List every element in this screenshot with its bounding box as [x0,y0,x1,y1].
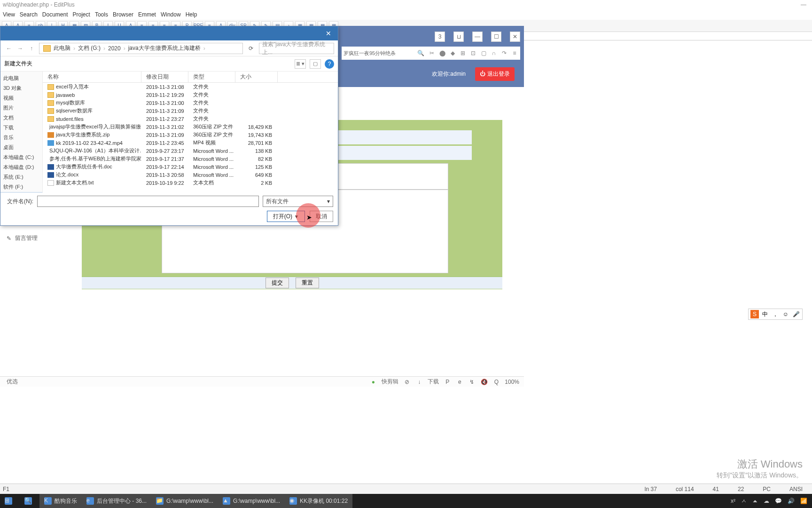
ime-icon[interactable]: , [771,310,780,318]
status-icon[interactable]: ↓ [415,378,423,386]
file-row[interactable]: excel导入范本2019-11-3 21:08文件夹 [43,83,338,91]
tree-item[interactable]: 系统 (E:) [0,172,42,182]
maximize-button[interactable]: ☐ [491,32,501,42]
taskbar-item[interactable]: ◉KK录像机 00:01:22 [285,494,352,508]
submit-button[interactable]: 提交 [265,278,289,288]
open-button[interactable]: 打开(O) ▼ [267,211,305,222]
file-row[interactable]: mysql数据库2019-11-3 21:00文件夹 [43,99,338,107]
file-row[interactable]: student.files2019-11-2 23:27文件夹 [43,115,338,123]
taskbar-item[interactable]: 📁G:\wamp\www\bl... [151,494,218,508]
file-row[interactable]: 参考,任务书.基于WEB的上海建桥学院家...2019-9-17 21:37Mi… [43,155,338,163]
tree-item[interactable]: 本地磁盘 (D:) [0,162,42,172]
reset-button[interactable]: 重置 [296,278,319,288]
menu-search[interactable]: Search [20,11,38,18]
taskbar-item[interactable]: ⊞ [0,494,20,508]
tray-icon[interactable]: ㅅ [741,497,747,505]
ime-floating-bar[interactable]: S中,☺🎤 [748,309,803,320]
nav-up-icon[interactable]: ↑ [27,44,36,53]
tree-item[interactable]: 本地磁盘 (C:) [0,152,42,162]
tree-item[interactable]: 视频 [0,93,42,103]
col-header-date[interactable]: 修改日期 [141,71,188,82]
logout-button[interactable]: ⏻ 退出登录 [475,67,515,81]
menu-help[interactable]: Help [186,11,197,18]
col-header-type[interactable]: 类型 [188,71,235,82]
taskbar-item[interactable]: ▲G:\wamp\www\bl... [218,494,285,508]
sidebar-item-messages[interactable]: ✎ 留言管理 [0,230,73,246]
nav-back-icon[interactable]: ← [4,44,14,53]
col-header-name[interactable]: 名称 [43,71,141,82]
refresh-icon[interactable]: ⟳ [246,43,256,54]
file-row[interactable]: 新建文本文档.txt2019-10-19 9:22文本文档2 KB [43,179,338,187]
filename-input[interactable] [37,196,259,207]
tab-count-badge[interactable]: 3 [435,32,445,42]
zoom-label[interactable]: 100% [505,379,519,385]
p-icon[interactable]: P [444,378,451,386]
search-icon[interactable]: 🔍 [417,49,424,57]
ime-icon[interactable]: 🎤 [792,310,800,318]
open-dropdown-icon[interactable]: ▼ [294,214,299,219]
file-row[interactable]: 论文.docx2019-11-3 20:58Microsoft Word ...… [43,171,338,179]
menu-tools[interactable]: Tools [95,11,108,18]
ime-icon[interactable]: ☺ [781,310,790,318]
browser-ext-icon[interactable]: ✂ [428,49,436,57]
menu-browser[interactable]: Browser [113,11,133,18]
zoom-icon[interactable]: Q [492,378,500,386]
help-icon[interactable]: ? [325,59,334,69]
file-row[interactable]: javajsp学生缴费excel导入,日期换算催缴...2019-11-3 21… [43,123,338,131]
menu-window[interactable]: Window [161,11,181,18]
view-preview-icon[interactable]: ▢ [310,59,321,69]
file-row[interactable]: javaweb2019-11-2 19:29文件夹 [43,91,338,99]
minimize-button[interactable]: — [472,32,483,42]
browser-ext-icon[interactable]: ∩ [490,49,498,57]
tree-item[interactable]: 桌面 [0,143,42,152]
view-list-icon[interactable]: ≣ ▾ [295,59,306,69]
tree-item[interactable]: 软件 (F:) [0,182,42,192]
minimize-icon[interactable]: — [799,0,808,9]
col-header-size[interactable]: 大小 [235,71,278,82]
status-icon[interactable]: ⊘ [403,378,411,386]
file-row[interactable]: sqlserver数据库2019-11-3 21:09文件夹 [43,107,338,115]
breadcrumb-segment[interactable]: 文档 (G:) [78,44,101,52]
tray-icon[interactable]: ⏶ [752,498,758,504]
tree-item[interactable]: 3D 对象 [0,83,42,93]
dialog-search-input[interactable]: 搜索"java大学生缴费系统上... [259,43,334,54]
quickcut-label[interactable]: 快剪辑 [382,378,398,386]
nav-fwd-icon[interactable]: → [16,44,25,53]
browser-ext-icon[interactable]: ◆ [449,49,456,57]
browser-ext-icon[interactable]: ↷ [500,49,508,57]
status-icon[interactable]: ↯ [468,378,476,386]
tree-item[interactable]: 文档 (G:) [0,192,42,193]
breadcrumb-segment[interactable]: java大学生缴费系统上海建桥 [128,44,201,52]
file-row[interactable]: 大学缴费系统任务书.doc2019-9-17 22:14Microsoft Wo… [43,163,338,171]
browser-ext-icon[interactable]: ⊡ [469,49,477,57]
tree-item[interactable]: 文档 [0,113,42,123]
browser-ext-icon[interactable]: ⊔ [453,32,464,42]
tree-item[interactable]: 下载 [0,123,42,133]
tree-item[interactable]: 音乐 [0,133,42,143]
menu-view[interactable]: View [3,11,15,18]
taskbar-item[interactable]: 🔍 [20,494,39,508]
file-row[interactable]: kk 2019-11-02 23-42-42.mp42019-11-2 23:4… [43,139,338,147]
browser-ext-icon[interactable]: ≡ [511,49,518,57]
dialog-close-button[interactable]: ✕ [319,26,338,40]
tree-item[interactable]: 图片 [0,103,42,113]
quickcut-icon[interactable]: ● [369,378,377,386]
tray-icon[interactable]: x² [731,498,735,504]
browser-ext-icon[interactable]: ⬤ [438,49,446,57]
tray-icon[interactable]: 📶 [800,498,807,504]
mute-icon[interactable]: 🔇 [480,378,488,386]
menu-emmet[interactable]: Emmet [138,11,156,18]
tray-icon[interactable]: ☁ [764,498,769,504]
breadcrumb-segment[interactable]: 此电脑 [54,44,70,52]
menu-project[interactable]: Project [73,11,90,18]
ime-icon[interactable]: S [750,310,759,318]
cancel-button[interactable]: 取消 [310,211,333,222]
download-label[interactable]: 下载 [428,378,439,386]
filetype-select[interactable]: 所有文件 ▾ [263,196,333,207]
breadcrumb-path[interactable]: 此电脑›文档 (G:)›2020›java大学生缴费系统上海建桥› [39,43,243,54]
tray-icon[interactable]: 💬 [775,498,782,504]
close-button[interactable]: ✕ [510,32,520,42]
e-icon[interactable]: e [456,378,463,386]
taskbar-item[interactable]: e后台管理中心 - 36... [82,494,151,508]
tray-icon[interactable]: 🔊 [788,498,795,504]
